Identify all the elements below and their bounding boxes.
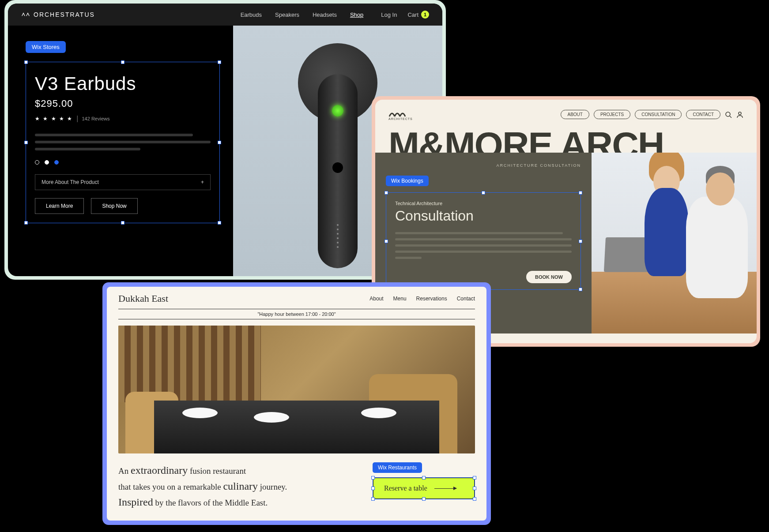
nav-reservations[interactable]: Reservations: [416, 296, 447, 302]
resize-handle[interactable]: [422, 476, 426, 480]
product-info-panel: Wix Stores V3 Earbuds $295.00 ★ ★ ★ ★ ★ …: [8, 26, 233, 276]
login-link[interactable]: Log In: [381, 11, 397, 18]
arch-logo-icon: [388, 109, 406, 117]
consultation-image: [592, 153, 757, 333]
wix-restaurants-tag: Wix Restaurants: [373, 462, 422, 473]
resize-handle[interactable]: [384, 240, 388, 243]
resize-handle[interactable]: [482, 191, 485, 195]
resize-handle[interactable]: [371, 476, 375, 480]
resize-handle[interactable]: [384, 191, 388, 195]
resize-handle[interactable]: [24, 141, 28, 144]
nav-shop[interactable]: Shop: [350, 11, 363, 18]
top-nav-bar: ORCHESTRATUS Earbuds Speakers Headsets S…: [8, 4, 442, 26]
learn-more-button[interactable]: Learn More: [35, 198, 84, 214]
logo-icon: [21, 12, 30, 17]
nav-headsets[interactable]: Headsets: [313, 11, 337, 18]
brand-logo[interactable]: ORCHESTRATUS: [21, 11, 95, 18]
wix-bookings-tag: Wix Bookings: [386, 176, 429, 186]
text-line: [35, 141, 211, 143]
cart-label: Cart: [407, 11, 418, 18]
restaurant-hero-image: [118, 326, 475, 453]
earbud-mic-dots: [337, 224, 339, 248]
selection-frame[interactable]: V3 Earbuds $295.00 ★ ★ ★ ★ ★ | 142 Revie…: [26, 62, 220, 223]
resize-handle[interactable]: [24, 60, 28, 64]
book-now-button[interactable]: BOOK NOW: [526, 271, 572, 283]
reviews-row: ★ ★ ★ ★ ★ | 142 Reviews: [35, 115, 211, 123]
earbud-sensor-graphic: [332, 162, 343, 173]
text-line: [395, 251, 572, 253]
color-option-white[interactable]: [45, 160, 49, 165]
search-icon[interactable]: [725, 111, 732, 118]
shop-now-button[interactable]: Shop Now: [91, 198, 137, 214]
resize-handle[interactable]: [218, 221, 221, 225]
resize-handle[interactable]: [579, 240, 582, 243]
accordion-label: More About The Product: [41, 179, 99, 185]
nav-about[interactable]: About: [369, 296, 383, 302]
restaurant-tagline: An extraordinary fusion restaurant that …: [118, 462, 359, 510]
person2-head: [706, 172, 735, 206]
color-option-blue[interactable]: [54, 160, 59, 165]
cta-wrap: Wix Restaurants Reserve a table: [373, 462, 475, 499]
selection-frame[interactable]: Reserve a table: [373, 477, 475, 499]
svg-point-2: [739, 112, 741, 115]
svg-point-0: [726, 112, 730, 116]
nav-right: Log In Cart 1: [381, 11, 429, 19]
reserve-label: Reserve a table: [384, 484, 427, 492]
main-nav: Earbuds Speakers Headsets Shop: [241, 11, 364, 18]
nav-menu[interactable]: Menu: [393, 296, 407, 302]
nav-contact[interactable]: CONTACT: [686, 110, 720, 119]
text-line: [35, 148, 140, 150]
divider: |: [76, 115, 78, 123]
earbud-led-graphic: [332, 105, 343, 116]
text-line: [35, 134, 193, 136]
nav-contact[interactable]: Contact: [457, 296, 475, 302]
nav-earbuds[interactable]: Earbuds: [241, 11, 262, 18]
resize-handle[interactable]: [473, 476, 476, 480]
restaurant-header: Dukkah East About Menu Reservations Cont…: [107, 287, 486, 309]
arch-nav: ABOUT PROJECTS CONSULTATION CONTACT: [561, 110, 743, 119]
restaurant-logo[interactable]: Dukkah East: [118, 293, 168, 304]
color-option-outline[interactable]: [35, 160, 39, 165]
product-title: V3 Earbuds: [35, 73, 211, 94]
nav-about[interactable]: ABOUT: [561, 110, 589, 119]
wix-stores-tag: Wix Stores: [26, 41, 66, 53]
restaurant-nav: About Menu Reservations Contact: [369, 296, 475, 302]
resize-handle[interactable]: [579, 191, 582, 195]
arch-logo[interactable]: ARCHITECTS: [388, 109, 413, 120]
resize-handle[interactable]: [473, 497, 476, 501]
cart-link[interactable]: Cart 1: [407, 11, 429, 19]
resize-handle[interactable]: [218, 141, 221, 144]
text-line: [395, 244, 572, 247]
resize-handle[interactable]: [24, 221, 28, 225]
resize-handle[interactable]: [121, 221, 124, 225]
user-icon[interactable]: [736, 111, 743, 118]
resize-handle[interactable]: [371, 487, 375, 490]
arch-header: ARCHITECTS ABOUT PROJECTS CONSULTATION C…: [375, 100, 757, 153]
review-count: 142 Reviews: [82, 116, 110, 121]
happy-hour-banner: "Happy hour between 17:00 - 20:00": [118, 309, 475, 319]
resize-handle[interactable]: [473, 487, 476, 490]
nav-speakers[interactable]: Speakers: [275, 11, 299, 18]
resize-handle[interactable]: [218, 60, 221, 64]
person2-body: [686, 197, 748, 298]
star-rating-icon: ★ ★ ★ ★ ★: [35, 116, 73, 122]
more-about-accordion[interactable]: More About The Product +: [35, 174, 211, 190]
text-line: [395, 232, 563, 234]
nav-consultation[interactable]: CONSULTATION: [635, 110, 682, 119]
plate-graphic: [254, 412, 289, 423]
reserve-table-button[interactable]: Reserve a table: [373, 478, 475, 499]
text-line: [395, 257, 422, 259]
resize-handle[interactable]: [422, 497, 426, 501]
brand-name: ORCHESTRATUS: [34, 11, 95, 18]
plate-graphic: [361, 408, 396, 418]
nav-projects[interactable]: PROJECTS: [594, 110, 630, 119]
selection-frame[interactable]: Technical Architecture Consultation BOOK…: [386, 192, 581, 290]
arrow-right-icon: [434, 488, 456, 489]
plus-icon: +: [201, 179, 204, 185]
color-selector: [35, 160, 211, 165]
resize-handle[interactable]: [371, 497, 375, 501]
resize-handle[interactable]: [579, 288, 582, 291]
dukkah-east-window: Dukkah East About Menu Reservations Cont…: [107, 287, 486, 521]
cart-count-badge: 1: [421, 11, 429, 19]
resize-handle[interactable]: [121, 60, 124, 64]
